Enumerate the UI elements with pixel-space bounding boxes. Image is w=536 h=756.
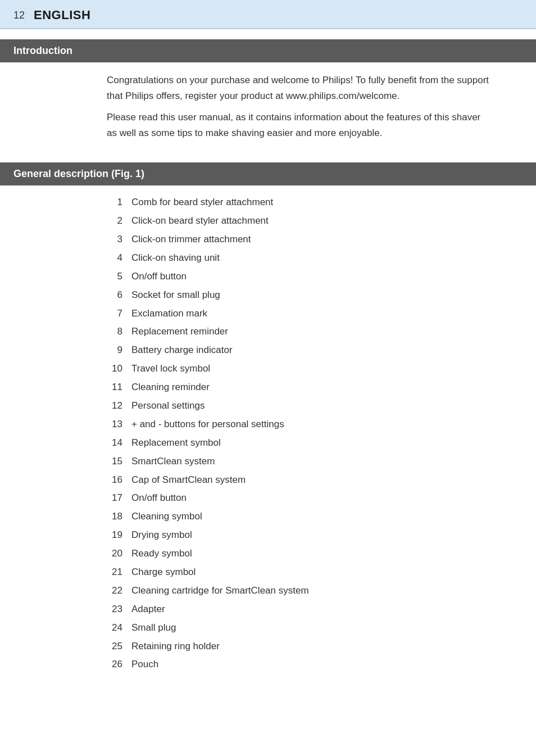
item-label: Drying symbol	[131, 527, 523, 544]
item-number: 16	[107, 472, 122, 488]
item-number: 8	[107, 324, 122, 340]
item-number: 6	[107, 287, 122, 304]
item-number: 2	[107, 213, 122, 229]
list-item: 19 Drying symbol	[107, 526, 523, 545]
list-item: 25 Retaining ring holder	[107, 637, 523, 656]
item-number: 13	[107, 417, 122, 433]
item-label: Cleaning symbol	[131, 509, 523, 525]
list-item: 11 Cleaning reminder	[107, 378, 523, 397]
item-number: 17	[107, 490, 122, 506]
page-number: 12	[13, 10, 25, 21]
list-item: 2 Click-on beard styler attachment	[107, 212, 523, 230]
list-item: 12 Personal settings	[107, 397, 523, 415]
list-item: 23 Adapter	[107, 600, 523, 619]
item-number: 5	[107, 269, 122, 285]
list-item: 7 Exclamation mark	[107, 305, 523, 323]
item-label: Click-on beard styler attachment	[131, 213, 523, 229]
item-number: 19	[107, 527, 122, 544]
item-number: 11	[107, 379, 122, 396]
list-item: 20 Ready symbol	[107, 545, 523, 563]
introduction-content: Congratulations on your purchase and wel…	[0, 62, 536, 152]
item-label: Travel lock symbol	[131, 361, 523, 377]
item-number: 21	[107, 564, 122, 581]
list-item: 17 On/off button	[107, 489, 523, 508]
item-number: 23	[107, 601, 122, 618]
item-label: Cap of SmartClean system	[131, 472, 523, 488]
item-number: 20	[107, 546, 122, 562]
list-item: 13 + and - buttons for personal settings	[107, 415, 523, 434]
item-label: On/off button	[131, 490, 523, 506]
intro-paragraph-2: Please read this user manual, as it cont…	[107, 110, 491, 141]
item-label: Replacement symbol	[131, 435, 523, 451]
item-number: 15	[107, 454, 122, 470]
item-label: Ready symbol	[131, 546, 523, 562]
item-label: Exclamation mark	[131, 306, 523, 322]
list-item: 14 Replacement symbol	[107, 434, 523, 452]
item-label: Charge symbol	[131, 564, 523, 581]
item-label: Retaining ring holder	[131, 639, 523, 655]
item-number: 24	[107, 620, 122, 636]
item-label: Replacement reminder	[131, 324, 523, 340]
item-label: Pouch	[131, 657, 523, 673]
item-label: Click-on shaving unit	[131, 250, 523, 266]
list-item: 9 Battery charge indicator	[107, 341, 523, 360]
item-number: 10	[107, 361, 122, 377]
item-label: Battery charge indicator	[131, 342, 523, 359]
item-label: Personal settings	[131, 398, 523, 414]
list-item: 1 Comb for beard styler attachment	[107, 193, 523, 212]
introduction-section: Introduction Congratulations on your pur…	[0, 39, 536, 152]
list-item: 10 Travel lock symbol	[107, 360, 523, 378]
item-number: 7	[107, 306, 122, 322]
list-item: 15 SmartClean system	[107, 452, 523, 471]
item-label: Socket for small plug	[131, 287, 523, 304]
item-label: Small plug	[131, 620, 523, 636]
items-list: 1 Comb for beard styler attachment 2 Cli…	[0, 185, 536, 680]
item-label: Click-on trimmer attachment	[131, 232, 523, 248]
item-number: 4	[107, 250, 122, 266]
item-number: 3	[107, 232, 122, 248]
item-number: 12	[107, 398, 122, 414]
item-label: Cleaning reminder	[131, 379, 523, 396]
item-number: 26	[107, 657, 122, 673]
list-item: 26 Pouch	[107, 655, 523, 674]
list-item: 5 On/off button	[107, 268, 523, 286]
general-description-section: General description (Fig. 1) 1 Comb for …	[0, 162, 536, 680]
list-item: 16 Cap of SmartClean system	[107, 471, 523, 490]
item-label: SmartClean system	[131, 454, 523, 470]
item-number: 14	[107, 435, 122, 451]
introduction-heading: Introduction	[0, 39, 536, 62]
page-title: ENGLISH	[34, 8, 90, 22]
intro-paragraph-1: Congratulations on your purchase and wel…	[107, 73, 491, 104]
item-number: 18	[107, 509, 122, 525]
item-label: + and - buttons for personal settings	[131, 417, 523, 433]
list-item: 4 Click-on shaving unit	[107, 249, 523, 268]
list-item: 22 Cleaning cartridge for SmartClean sys…	[107, 582, 523, 600]
item-number: 1	[107, 194, 122, 211]
item-label: On/off button	[131, 269, 523, 285]
item-label: Cleaning cartridge for SmartClean system	[131, 583, 523, 599]
list-item: 21 Charge symbol	[107, 563, 523, 582]
list-item: 18 Cleaning symbol	[107, 508, 523, 526]
item-label: Adapter	[131, 601, 523, 618]
page-header: 12 ENGLISH	[0, 0, 536, 29]
list-item: 8 Replacement reminder	[107, 323, 523, 341]
list-item: 3 Click-on trimmer attachment	[107, 230, 523, 249]
item-number: 9	[107, 342, 122, 359]
item-number: 22	[107, 583, 122, 599]
list-item: 6 Socket for small plug	[107, 286, 523, 305]
item-number: 25	[107, 639, 122, 655]
general-description-heading: General description (Fig. 1)	[0, 162, 536, 185]
item-label: Comb for beard styler attachment	[131, 194, 523, 211]
list-item: 24 Small plug	[107, 619, 523, 637]
